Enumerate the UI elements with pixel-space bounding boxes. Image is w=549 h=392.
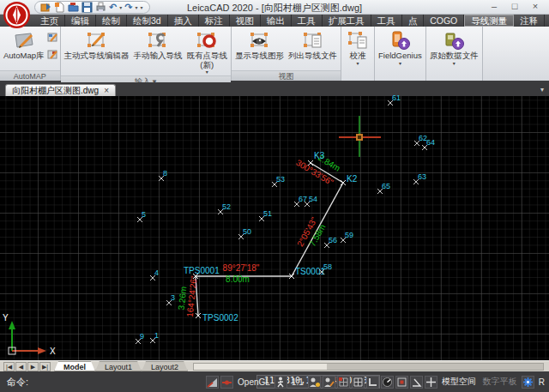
ribbon-tab-主页[interactable]: 主页 <box>34 15 65 27</box>
survey-point-50[interactable]: 50 <box>241 237 242 238</box>
undo-button[interactable]: ↶ <box>109 3 117 12</box>
survey-point-67[interactable]: 67 <box>297 204 298 205</box>
user-edit-icon[interactable] <box>323 376 335 389</box>
dropdown-caret-icon[interactable]: ▾ <box>453 61 455 67</box>
document-tab-close-icon[interactable]: × <box>104 86 109 95</box>
drawing-canvas[interactable]: 300°33'56"2.84m2°05'43"7.58m89°27'18"8.0… <box>0 96 549 360</box>
survey-point-9[interactable]: 9 <box>138 341 139 342</box>
document-tab-label: 向阳村棚户区测图.dwg <box>12 85 99 97</box>
survey-point-63[interactable]: 63 <box>416 182 417 183</box>
survey-point-8[interactable]: 8 <box>161 178 162 179</box>
model-space-toggle[interactable]: 模型空间 <box>439 376 479 388</box>
walker-icon[interactable] <box>274 376 287 389</box>
ribbon-button-主动式导线编辑器[interactable]: 主动式导线编辑器 <box>63 27 131 61</box>
redo-button[interactable]: ↷ <box>124 3 132 12</box>
osnap-icon[interactable] <box>395 376 408 389</box>
traverse-drawing[interactable]: 300°33'56"2.84m2°05'43"7.58m89°27'18"8.0… <box>0 96 549 360</box>
survey-point-59[interactable]: 59 <box>343 240 344 241</box>
redo-caret-icon[interactable]: ▾ <box>135 5 137 10</box>
survey-point-56[interactable]: 56 <box>327 245 328 246</box>
section-icon[interactable] <box>220 376 233 389</box>
ribbon-tab-编辑[interactable]: 编辑 <box>65 15 96 27</box>
crosshair-icon[interactable] <box>425 376 437 389</box>
survey-point-64[interactable]: 64 <box>425 148 425 148</box>
minimize-button[interactable]: – <box>484 0 504 13</box>
survey-point-53[interactable]: 53 <box>274 184 275 185</box>
command-line[interactable]: 命令: <box>0 376 28 389</box>
user-star-icon[interactable] <box>308 376 321 389</box>
ribbon-tab-标注[interactable]: 标注 <box>199 15 230 27</box>
survey-point-51[interactable]: 51 <box>262 219 262 220</box>
station-marker-K2[interactable] <box>341 180 346 185</box>
app-logo-icon[interactable] <box>3 1 31 29</box>
new-file-button[interactable] <box>54 2 65 13</box>
close-button[interactable]: × <box>525 0 546 13</box>
ribbon-button-既有点导线(新)[interactable]: 既有点导线(新)▾ <box>185 27 230 75</box>
survey-point-54[interactable]: 54 <box>307 204 308 205</box>
scale-toggle[interactable]: 1:1 <box>289 377 306 387</box>
gear-icon[interactable] <box>522 376 534 389</box>
dropdown-caret-icon[interactable]: ▾ <box>357 61 359 67</box>
survey-point-65[interactable]: 65 <box>380 191 381 192</box>
ribbon-tab-点[interactable]: 点 <box>402 15 425 27</box>
tab-last-icon[interactable]: ▶| <box>39 362 51 371</box>
tablet-toggle[interactable]: 数字平板 <box>480 376 520 388</box>
ribbon-tab-视图[interactable]: 视图 <box>230 15 261 27</box>
plot-button[interactable] <box>95 2 106 13</box>
r-indicator[interactable]: R <box>536 377 547 387</box>
survey-point-52[interactable]: 52 <box>220 212 221 213</box>
dropdown-caret-icon[interactable]: ▾ <box>399 61 401 67</box>
survey-point-4[interactable]: 4 <box>153 278 154 279</box>
survey-point-3[interactable]: 3 <box>169 303 170 304</box>
ribbon-button-校准[interactable]: 校准▾ <box>343 27 372 67</box>
tab-next-icon[interactable]: ▶ <box>27 362 39 371</box>
tab-prev-icon[interactable]: ◀ <box>15 362 27 371</box>
ribbon-tab-建模[interactable]: 建模 <box>545 15 549 27</box>
opengl-toggle[interactable]: OpenGL <box>235 377 273 387</box>
survey-point-61[interactable]: 61 <box>390 103 391 104</box>
ribbon-button-FieldGenius[interactable]: FieldGenius▾ <box>377 27 424 67</box>
scrollbar-thumb[interactable] <box>194 364 327 370</box>
survey-point-58[interactable]: 58 <box>322 272 323 273</box>
angle-icon[interactable] <box>410 376 423 389</box>
ribbon-tab-绘制3d[interactable]: 绘制3d <box>127 15 168 27</box>
ribbon-tab-插入[interactable]: 插入 <box>168 15 199 27</box>
ribbon-button-列出导线文件[interactable]: 列出导线文件 <box>287 27 339 61</box>
horizontal-scrollbar[interactable] <box>193 363 544 371</box>
survey-point-1[interactable]: 1 <box>153 341 154 341</box>
document-tab[interactable]: 向阳村棚户区测图.dwg × <box>5 84 116 96</box>
ribbon-tab-工具[interactable]: 工具 <box>371 15 402 27</box>
workspace-icon[interactable] <box>40 2 51 13</box>
ribbon-tab-扩展工具[interactable]: 扩展工具 <box>323 15 371 27</box>
layout-tab-Layout2[interactable]: Layout2 <box>142 361 188 371</box>
survey-point-5[interactable]: 5 <box>140 220 141 220</box>
ribbon-tab-注释[interactable]: 注释 <box>514 15 545 27</box>
dropdown-caret-icon[interactable]: ▾ <box>206 69 208 75</box>
ribbon-button-手动输入导线[interactable]: 手动输入导线 <box>132 27 184 61</box>
ortho-icon[interactable] <box>366 376 379 389</box>
layout-tab-Model[interactable]: Model <box>54 361 95 371</box>
grid-icon[interactable] <box>352 376 365 389</box>
map-small-a-icon[interactable] <box>47 31 58 46</box>
ribbon-tab-工具[interactable]: 工具 <box>292 15 323 27</box>
polar-icon[interactable] <box>381 376 394 389</box>
save-button[interactable] <box>81 2 93 13</box>
map-small-b-icon[interactable] <box>47 48 58 63</box>
layout-tab-Layout1[interactable]: Layout1 <box>95 361 142 371</box>
grid-snap-icon[interactable] <box>337 376 350 389</box>
ribbon-button-原始数据文件[interactable]: 原始数据文件▾ <box>428 27 480 67</box>
maximize-button[interactable]: □ <box>504 0 525 13</box>
open-file-button[interactable] <box>68 2 79 13</box>
undo-caret-icon[interactable]: ▾ <box>119 5 122 10</box>
survey-point-62[interactable]: 62 <box>417 143 418 144</box>
ribbon-tab-绘制[interactable]: 绘制 <box>96 15 127 27</box>
ribbon-tab-导线测量[interactable]: 导线测量 <box>464 15 514 27</box>
tab-first-icon[interactable]: |◀ <box>3 362 15 371</box>
qat-menu-caret-icon[interactable]: ▾ <box>140 5 142 10</box>
ucs-toggle-icon[interactable] <box>206 376 219 389</box>
ribbon-button-AutoMap库[interactable]: AutoMap库 <box>2 27 46 61</box>
ribbon-tab-输出[interactable]: 输出 <box>261 15 292 27</box>
ribbon-button-显示导线图形[interactable]: 显示导线图形 <box>233 27 286 61</box>
doc-tabbar-menu-caret-icon[interactable]: ▾ <box>540 84 544 96</box>
ribbon-tab-COGO[interactable]: COGO <box>424 15 464 27</box>
